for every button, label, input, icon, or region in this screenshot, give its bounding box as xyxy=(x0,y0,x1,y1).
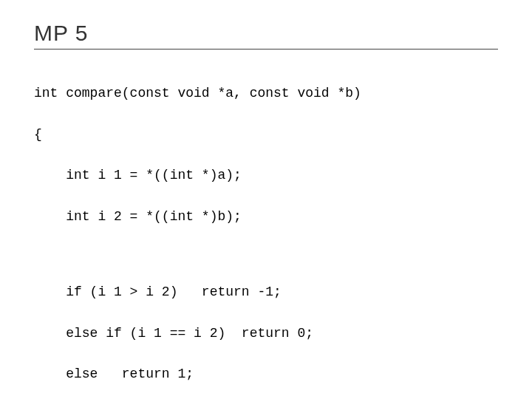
code-line: else if (i 1 == i 2) return 0; xyxy=(34,324,498,344)
blank-line xyxy=(34,248,498,262)
code-line: int i 2 = *((int *)b); xyxy=(34,207,498,228)
code-line: int i 1 = *((int *)a); xyxy=(34,166,498,186)
code-line: else return 1; xyxy=(34,364,498,385)
code-block: int compare(const void *a, const void *b… xyxy=(34,63,498,399)
slide: MP 5 int compare(const void *a, const vo… xyxy=(0,0,532,399)
slide-title: MP 5 xyxy=(34,21,498,50)
code-line: if (i 1 > i 2) return -1; xyxy=(34,282,498,303)
code-line: int compare(const void *a, const void *b… xyxy=(34,83,498,104)
code-line: { xyxy=(34,125,498,146)
